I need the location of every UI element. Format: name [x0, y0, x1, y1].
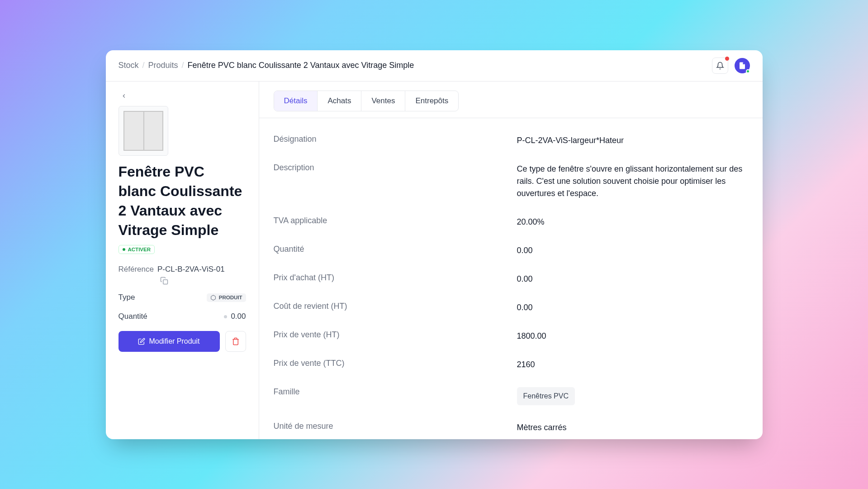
action-row: Modifier Produit	[119, 331, 246, 352]
sale-price-ht-label: Prix de vente (HT)	[274, 330, 517, 342]
quantity-label: Quantité	[119, 312, 147, 321]
breadcrumb-separator: /	[182, 61, 184, 70]
trash-icon	[232, 337, 240, 345]
type-badge: PRODUIT	[207, 293, 246, 302]
delete-product-button[interactable]	[225, 331, 246, 352]
tva-value: 20.00%	[517, 216, 748, 228]
tab-ventes[interactable]: Ventes	[361, 91, 405, 111]
window-illustration	[123, 111, 163, 151]
quantity-value: 0.00	[231, 312, 246, 321]
svg-rect-0	[163, 280, 167, 284]
description-value: Ce type de fenêtre s'ouvre en glissant h…	[517, 163, 748, 200]
unit-value: Mètres carrés	[517, 422, 748, 434]
document-icon	[738, 62, 746, 70]
back-button[interactable]	[119, 91, 129, 101]
app-window: Stock / Produits / Fenêtre PVC blanc Cou…	[106, 50, 763, 439]
tab-entrepots[interactable]: Entrepôts	[405, 91, 458, 111]
header-actions	[712, 58, 750, 74]
sale-price-ht-value: 1800.00	[517, 330, 748, 342]
purchase-price-label: Prix d'achat (HT)	[274, 273, 517, 285]
family-badge: Fenêtres PVC	[517, 387, 575, 405]
sidebar: Fenêtre PVC blanc Coulissante 2 Vantaux …	[106, 82, 259, 439]
description-label: Description	[274, 163, 517, 200]
user-avatar[interactable]	[735, 58, 750, 73]
breadcrumb-root[interactable]: Stock	[119, 61, 139, 70]
family-label: Famille	[274, 387, 517, 405]
breadcrumb-separator: /	[142, 61, 145, 70]
tva-label: TVA applicable	[274, 216, 517, 228]
tab-achats[interactable]: Achats	[318, 91, 361, 111]
quantity-value-wrapper: 0.00	[224, 312, 246, 321]
detail-row-sale-price-ttc: Prix de vente (TTC) 2160	[274, 359, 748, 371]
unit-label: Unité de mesure	[274, 422, 517, 434]
reference-label: Référence	[119, 265, 154, 274]
detail-row-tva: TVA applicable 20.00%	[274, 216, 748, 228]
box-icon	[210, 295, 216, 301]
detail-row-description: Description Ce type de fenêtre s'ouvre e…	[274, 163, 748, 200]
reference-row: Référence P-CL-B-2VA-ViS-01	[119, 265, 246, 274]
quantity-indicator	[224, 315, 227, 318]
main-content: Détails Achats Ventes Entrepôts Désignat…	[259, 82, 763, 439]
notifications-button[interactable]	[712, 58, 728, 74]
designation-value: P-CL-2VA-ViS-largeur*Hateur	[517, 134, 748, 147]
detail-row-purchase-price: Prix d'achat (HT) 0.00	[274, 273, 748, 285]
tab-details[interactable]: Détails	[274, 91, 318, 111]
copy-reference-button[interactable]	[160, 277, 246, 285]
detail-row-unit: Unité de mesure Mètres carrés	[274, 422, 748, 434]
bell-icon	[716, 62, 724, 70]
type-row: Type PRODUIT	[119, 293, 246, 302]
product-image	[119, 106, 168, 156]
detail-row-designation: Désignation P-CL-2VA-ViS-largeur*Hateur	[274, 134, 748, 147]
quantity-detail-value: 0.00	[517, 244, 748, 257]
breadcrumb: Stock / Produits / Fenêtre PVC blanc Cou…	[119, 61, 414, 70]
detail-row-family: Famille Fenêtres PVC	[274, 387, 748, 405]
product-title: Fenêtre PVC blanc Coulissante 2 Vantaux …	[119, 162, 246, 240]
detail-row-sale-price-ht: Prix de vente (HT) 1800.00	[274, 330, 748, 342]
copy-icon	[160, 277, 168, 285]
quantity-row: Quantité 0.00	[119, 312, 246, 321]
sale-price-ttc-value: 2160	[517, 359, 748, 371]
detail-row-quantity: Quantité 0.00	[274, 244, 748, 257]
detail-row-cost-price: Coût de revient (HT) 0.00	[274, 302, 748, 314]
edit-icon	[138, 338, 145, 345]
notification-indicator	[725, 57, 729, 61]
designation-label: Désignation	[274, 134, 517, 147]
online-indicator	[746, 69, 750, 73]
sale-price-ttc-label: Prix de vente (TTC)	[274, 359, 517, 371]
body: Fenêtre PVC blanc Coulissante 2 Vantaux …	[106, 82, 763, 439]
reference-value: P-CL-B-2VA-ViS-01	[157, 265, 225, 274]
quantity-detail-label: Quantité	[274, 244, 517, 257]
cost-price-label: Coût de revient (HT)	[274, 302, 517, 314]
details-panel: Désignation P-CL-2VA-ViS-largeur*Hateur …	[259, 118, 763, 439]
chevron-left-icon	[121, 93, 127, 99]
breadcrumb-section[interactable]: Produits	[148, 61, 178, 70]
family-value-wrapper: Fenêtres PVC	[517, 387, 748, 405]
type-label: Type	[119, 293, 135, 302]
tabs: Détails Achats Ventes Entrepôts	[274, 91, 459, 111]
breadcrumb-current: Fenêtre PVC blanc Coulissante 2 Vantaux …	[188, 61, 414, 70]
modify-product-button[interactable]: Modifier Produit	[119, 331, 220, 352]
status-badge: ACTIVER	[119, 245, 155, 254]
purchase-price-value: 0.00	[517, 273, 748, 285]
cost-price-value: 0.00	[517, 302, 748, 314]
header: Stock / Produits / Fenêtre PVC blanc Cou…	[106, 50, 763, 82]
